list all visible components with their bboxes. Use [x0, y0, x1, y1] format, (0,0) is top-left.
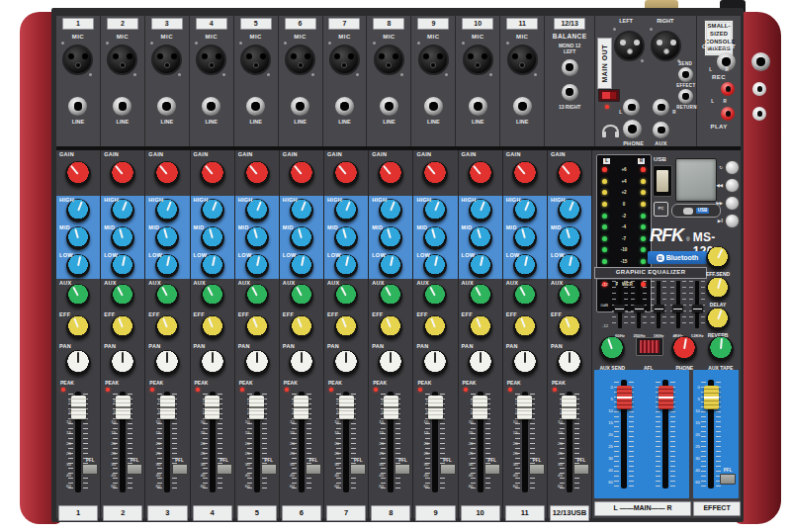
aux-tape-knob[interactable] — [708, 336, 734, 362]
pfl-button[interactable] — [440, 464, 456, 475]
eff-knob[interactable] — [155, 315, 179, 339]
mic-xlr-input[interactable] — [62, 44, 93, 75]
aux-knob[interactable] — [334, 284, 358, 308]
gain-knob[interactable] — [200, 161, 225, 187]
fader-handle[interactable] — [704, 386, 719, 409]
eff-knob[interactable] — [558, 315, 581, 339]
mic-xlr-input[interactable] — [151, 44, 182, 75]
line-jack-input[interactable] — [424, 97, 443, 116]
geq-slider[interactable] — [614, 305, 625, 312]
main-out-left-xlr[interactable] — [614, 31, 645, 61]
eff-knob[interactable] — [469, 315, 492, 339]
phantom-power-switch[interactable] — [598, 89, 620, 102]
geq-slider[interactable] — [654, 305, 664, 312]
fader-handle[interactable] — [71, 396, 86, 419]
line-jack-input[interactable] — [246, 97, 265, 116]
delay-knob[interactable] — [706, 277, 730, 301]
aux-send-knob[interactable] — [599, 336, 625, 362]
line-jack-input[interactable] — [380, 97, 398, 116]
next-button[interactable] — [725, 196, 740, 211]
play-left-rca[interactable] — [721, 107, 735, 121]
pfl-button[interactable] — [82, 464, 98, 475]
main-out-left-jack[interactable] — [623, 99, 640, 116]
geq-slider[interactable] — [634, 305, 645, 312]
fader-handle[interactable] — [473, 396, 487, 419]
pan-knob[interactable] — [110, 350, 135, 376]
balance-left-jack[interactable] — [562, 59, 578, 76]
mic-xlr-input[interactable] — [240, 44, 271, 75]
eff-knob[interactable] — [513, 315, 537, 339]
phone-knob[interactable] — [671, 336, 697, 362]
pfl-button[interactable] — [217, 464, 232, 475]
aux-knob[interactable] — [245, 284, 269, 308]
gain-knob[interactable] — [244, 161, 270, 187]
line-jack-input[interactable] — [335, 97, 354, 116]
mic-xlr-input[interactable] — [374, 44, 404, 75]
pfl-button[interactable] — [720, 474, 736, 485]
aux-knob[interactable] — [111, 284, 134, 308]
fader-handle[interactable] — [249, 396, 264, 419]
pan-knob[interactable] — [244, 350, 270, 376]
pfl-button[interactable] — [306, 464, 321, 475]
gain-knob[interactable] — [378, 161, 403, 187]
eff-knob[interactable] — [334, 315, 358, 339]
pfl-button[interactable] — [261, 464, 277, 475]
pfl-button[interactable] — [395, 464, 410, 475]
pan-knob[interactable] — [378, 350, 403, 376]
eff-knob[interactable] — [379, 315, 402, 339]
reverb-knob[interactable] — [706, 308, 730, 331]
fader-handle[interactable] — [205, 396, 220, 419]
aux-knob[interactable] — [513, 284, 537, 308]
afl-button[interactable] — [636, 337, 663, 356]
aux-knob[interactable] — [469, 284, 492, 308]
previous-button[interactable] — [725, 178, 740, 193]
pfl-button[interactable] — [127, 464, 142, 475]
main-out-right-jack[interactable] — [653, 99, 669, 116]
balance-right-jack[interactable] — [562, 84, 578, 101]
effect-return-jack[interactable] — [678, 89, 693, 104]
gain-knob[interactable] — [422, 161, 448, 187]
mic-xlr-input[interactable] — [285, 44, 315, 75]
eff-send-knob[interactable] — [706, 246, 730, 270]
geq-slider[interactable] — [672, 305, 683, 312]
mic-xlr-input[interactable] — [196, 44, 226, 75]
mic-xlr-input[interactable] — [418, 44, 449, 75]
eff-knob[interactable] — [66, 315, 90, 339]
fader-handle[interactable] — [339, 396, 354, 419]
rec-left-rca[interactable] — [721, 82, 735, 96]
pfl-button[interactable] — [350, 464, 366, 475]
gain-knob[interactable] — [333, 161, 359, 187]
aux-knob[interactable] — [201, 284, 224, 308]
fader-handle[interactable] — [517, 396, 532, 419]
pan-knob[interactable] — [557, 350, 582, 376]
fader-handle[interactable] — [428, 396, 443, 419]
pfl-button[interactable] — [172, 464, 188, 475]
mic-xlr-input[interactable] — [329, 44, 360, 75]
fader-handle[interactable] — [384, 396, 398, 419]
fader-handle[interactable] — [617, 386, 632, 409]
mic-xlr-input[interactable] — [107, 44, 137, 75]
gain-knob[interactable] — [289, 161, 314, 187]
gain-knob[interactable] — [154, 161, 180, 187]
eff-knob[interactable] — [290, 315, 313, 339]
pan-knob[interactable] — [200, 350, 225, 376]
repeat-button[interactable] — [725, 160, 740, 175]
gain-knob[interactable] — [65, 161, 91, 187]
aux-knob[interactable] — [379, 284, 402, 308]
line-jack-input[interactable] — [291, 97, 309, 116]
main-out-right-xlr[interactable] — [651, 31, 681, 61]
eff-knob[interactable] — [201, 315, 224, 339]
mic-xlr-input[interactable] — [507, 44, 538, 75]
gain-knob[interactable] — [110, 161, 135, 187]
fader-handle[interactable] — [562, 396, 576, 419]
fader-handle[interactable] — [160, 396, 175, 419]
aux-knob[interactable] — [155, 284, 179, 308]
pfl-button[interactable] — [484, 464, 500, 475]
aux-knob[interactable] — [558, 284, 581, 308]
eff-knob[interactable] — [423, 315, 447, 339]
fader-handle[interactable] — [659, 386, 673, 409]
pan-knob[interactable] — [154, 350, 180, 376]
fader-handle[interactable] — [294, 396, 308, 419]
gain-knob[interactable] — [512, 161, 538, 187]
pan-knob[interactable] — [65, 350, 91, 376]
